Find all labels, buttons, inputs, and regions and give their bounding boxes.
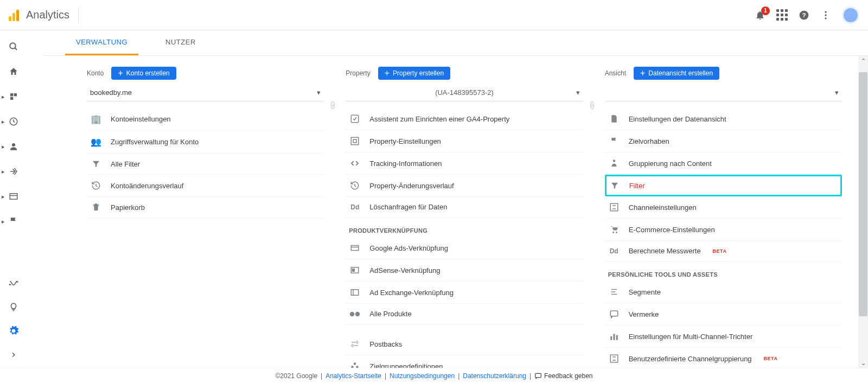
svg-rect-29 xyxy=(610,203,618,211)
section-product-linking: PRODUKTVERKNÜPFUNG xyxy=(346,218,583,237)
footer: ©2021 Google| Analytics-Startseite| Nutz… xyxy=(0,368,868,383)
svg-rect-36 xyxy=(610,336,612,340)
person-setting-icon xyxy=(608,158,620,168)
create-property-button[interactable]: +Property erstellen xyxy=(378,67,450,80)
segments-icon xyxy=(608,287,620,297)
svg-point-27 xyxy=(356,366,359,368)
menu-channel-settings[interactable]: Channeleinstellungen xyxy=(605,196,842,219)
menu-view-settings[interactable]: Einstellungen der Datenansicht xyxy=(605,108,842,130)
menu-goals[interactable]: Zielvorhaben xyxy=(605,130,842,152)
menu-segments[interactable]: Segmente xyxy=(605,281,842,303)
menu-property-history[interactable]: Property-Änderungsverlauf xyxy=(346,175,583,197)
feedback-icon xyxy=(534,372,542,380)
scrollbar[interactable]: ⌃ ⌄ xyxy=(858,56,868,368)
svg-rect-17 xyxy=(352,246,359,251)
account-label: Konto xyxy=(87,69,104,77)
create-account-button[interactable]: +Konto erstellen xyxy=(111,67,176,80)
menu-all-products[interactable]: Alle Produkte xyxy=(346,304,583,324)
svg-point-5 xyxy=(10,43,16,49)
menu-account-history[interactable]: Kontoänderungsverlauf xyxy=(87,175,324,197)
flag-icon[interactable]: ▸ xyxy=(7,215,20,228)
svg-point-4 xyxy=(825,17,826,19)
dashboard-icon[interactable]: ▸ xyxy=(7,90,20,103)
menu-property-settings[interactable]: Property-Einstellungen xyxy=(346,130,583,152)
svg-rect-15 xyxy=(352,137,359,145)
app-launcher-icon[interactable] xyxy=(776,9,788,21)
menu-audiences[interactable]: Zielgruppendefinitionen xyxy=(346,355,583,368)
link-icon xyxy=(349,311,361,317)
lightbulb-icon[interactable] xyxy=(7,301,20,314)
menu-google-ads[interactable]: Google Ads-Verknüpfung xyxy=(346,237,583,259)
scroll-down-arrow-icon[interactable]: ⌄ xyxy=(858,358,868,368)
feedback-link[interactable]: Feedback geben xyxy=(534,372,592,380)
tab-users[interactable]: NUTZER xyxy=(155,30,207,55)
svg-point-26 xyxy=(352,366,354,368)
settings-square-icon xyxy=(349,136,361,146)
svg-point-23 xyxy=(350,311,354,316)
notifications-button[interactable]: 1 xyxy=(755,10,765,21)
create-view-button[interactable]: +Datenansicht erstellen xyxy=(634,67,719,80)
view-selector[interactable]: ▾ xyxy=(605,84,842,101)
trash-icon xyxy=(90,203,102,212)
footer-link-privacy[interactable]: Datenschutzerklärung xyxy=(463,372,526,380)
menu-custom-channel-grouping[interactable]: Benutzerdefinierte ChannelgruppierungBET… xyxy=(605,348,842,368)
document-icon xyxy=(608,114,620,124)
menu-ecommerce[interactable]: E-Commerce-Einstellungen xyxy=(605,219,842,241)
logo[interactable]: Analytics xyxy=(9,9,69,21)
menu-filter-highlighted[interactable]: Filter xyxy=(605,175,842,196)
menu-content-grouping[interactable]: Gruppierung nach Content xyxy=(605,152,842,175)
collapse-icon[interactable] xyxy=(7,348,20,361)
scroll-thumb[interactable] xyxy=(859,72,867,316)
svg-rect-35 xyxy=(610,311,618,316)
menu-calculated-metrics[interactable]: DdBerechnete MesswerteBETA xyxy=(605,241,842,261)
property-selector[interactable]: (UA-148395573-2)▾ xyxy=(346,84,583,101)
arrows-icon[interactable]: ▸ xyxy=(7,165,20,178)
caret-right-icon: ▸ xyxy=(2,193,5,200)
caret-right-icon: ▸ xyxy=(2,168,5,175)
analytics-logo-icon xyxy=(9,9,21,21)
search-icon[interactable] xyxy=(7,40,20,53)
attribution-icon[interactable] xyxy=(7,277,20,290)
tab-admin[interactable]: VERWALTUNG xyxy=(65,30,138,55)
menu-postbacks[interactable]: Postbacks xyxy=(346,333,583,355)
menu-mcf-settings[interactable]: Einstellungen für Multi-Channel-Trichter xyxy=(605,325,842,348)
beta-badge: BETA xyxy=(713,248,727,254)
footer-link-terms[interactable]: Nutzungsbedingungen xyxy=(390,372,455,380)
annotation-icon xyxy=(608,309,620,319)
svg-rect-9 xyxy=(10,97,13,100)
menu-ga4-assistant[interactable]: Assistent zum Einrichten einer GA4-Prope… xyxy=(346,108,583,130)
divider xyxy=(78,7,79,23)
plus-icon: + xyxy=(385,70,390,76)
help-icon[interactable]: ? xyxy=(799,10,809,21)
menu-trash[interactable]: Papierkorb xyxy=(87,197,324,218)
svg-rect-8 xyxy=(14,93,17,96)
user-icon[interactable]: ▸ xyxy=(7,140,20,153)
clock-icon[interactable]: ▸ xyxy=(7,115,20,128)
menu-delete-requests[interactable]: DdLöschanfragen für Daten xyxy=(346,197,583,218)
menu-account-settings[interactable]: 🏢Kontoeinstellungen xyxy=(87,108,324,131)
menu-adsense[interactable]: AdSense-Verknüpfung xyxy=(346,259,583,282)
menu-tracking[interactable]: Tracking-Informationen xyxy=(346,152,583,175)
circle-icon: › xyxy=(590,101,594,109)
footer-link-home[interactable]: Analytics-Startseite xyxy=(326,372,381,380)
account-selector[interactable]: bookedby.me▾ xyxy=(87,84,324,101)
avatar[interactable] xyxy=(842,7,859,24)
menu-account-access[interactable]: 👥Zugriffsverwaltung für Konto xyxy=(87,131,324,154)
scroll-up-arrow-icon[interactable]: ⌃ xyxy=(858,56,868,66)
svg-rect-37 xyxy=(613,334,615,340)
menu-annotations[interactable]: Vermerke xyxy=(605,303,842,325)
svg-point-24 xyxy=(355,311,360,316)
menu-all-filters[interactable]: Alle Filter xyxy=(87,154,324,175)
home-icon[interactable] xyxy=(7,65,20,78)
caret-down-icon: ▾ xyxy=(317,88,321,97)
property-label: Property xyxy=(346,69,370,77)
svg-point-2 xyxy=(825,11,826,12)
table-icon[interactable]: ▸ xyxy=(7,190,20,203)
admin-gear-icon[interactable] xyxy=(7,324,20,337)
history-icon xyxy=(90,181,102,190)
menu-adexchange[interactable]: Ad Exchange-Verknüpfung xyxy=(346,282,583,304)
building-icon: 🏢 xyxy=(90,114,102,124)
more-vert-icon[interactable] xyxy=(820,10,831,21)
cart-icon xyxy=(608,225,620,234)
tabs: VERWALTUNG NUTZER xyxy=(43,30,868,56)
